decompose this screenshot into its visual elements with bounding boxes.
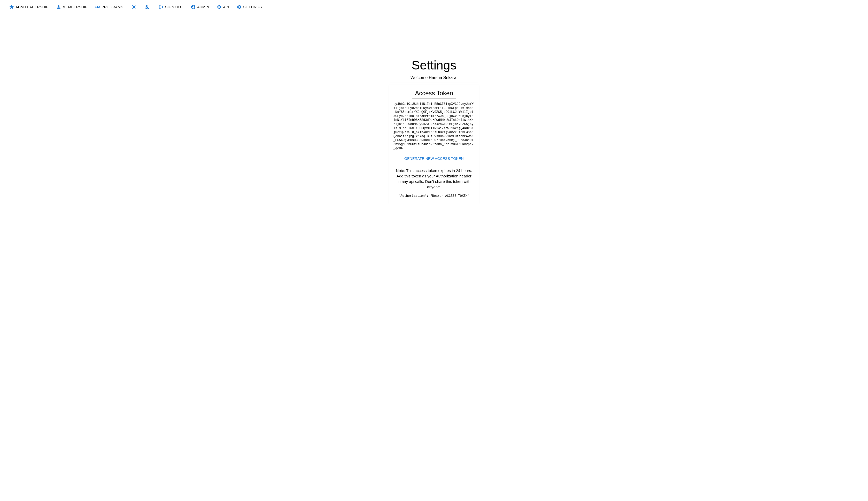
top-navbar: ACM LEADERSHIP MEMBERSHIP PROGRAMS SIGN … xyxy=(0,0,868,14)
nav-label: API xyxy=(223,5,229,9)
token-note: Note: This access token expires in 24 ho… xyxy=(393,168,475,190)
groups-icon xyxy=(95,4,100,10)
gear-icon xyxy=(236,4,242,10)
divider xyxy=(412,152,456,152)
card-heading: Access Token xyxy=(393,89,475,97)
auth-header-example: "Authorization": "Bearer ACCESS_TOKEN" xyxy=(393,194,475,198)
nav-light-mode[interactable] xyxy=(127,3,141,11)
divider xyxy=(412,98,456,99)
nav-label: SIGN OUT xyxy=(165,5,183,9)
note-label: Note: xyxy=(396,168,405,173)
nav-sign-out[interactable]: SIGN OUT xyxy=(155,3,187,11)
generate-token-button[interactable]: GENERATE NEW ACCESS TOKEN xyxy=(402,156,466,162)
nav-membership[interactable]: MEMBERSHIP xyxy=(52,3,91,11)
nav-settings[interactable]: SETTINGS xyxy=(233,3,265,11)
page-title: Settings xyxy=(412,58,456,72)
admin-icon xyxy=(190,4,196,10)
logout-icon xyxy=(158,4,164,10)
star-icon xyxy=(9,4,14,10)
nav-api[interactable]: API xyxy=(213,3,233,11)
nav-label: SETTINGS xyxy=(243,5,262,9)
access-token-value: eyJhbGciOiJSUzI1NiIsInR5cCI6IkpXVCJ9.eyJ… xyxy=(393,102,475,151)
sun-icon xyxy=(131,4,137,10)
access-token-card: Access Token eyJhbGciOiJSUzI1NiIsInR5cCI… xyxy=(389,85,479,203)
person-icon xyxy=(56,4,62,10)
nav-label: MEMBERSHIP xyxy=(63,5,87,9)
note-body: This access token expires in 24 hours. A… xyxy=(396,168,472,189)
nav-admin[interactable]: ADMIN xyxy=(187,3,213,11)
nav-label: ADMIN xyxy=(197,5,209,9)
nav-acm-leadership[interactable]: ACM LEADERSHIP xyxy=(5,3,52,11)
main-content: Settings Welcome Harsha Srikara! Access … xyxy=(0,14,868,203)
api-icon xyxy=(216,4,222,10)
moon-icon xyxy=(145,4,151,10)
nav-dark-mode[interactable] xyxy=(141,3,155,11)
welcome-text: Welcome Harsha Srikara! xyxy=(411,75,457,80)
nav-label: PROGRAMS xyxy=(102,5,123,9)
nav-programs[interactable]: PROGRAMS xyxy=(91,3,127,11)
nav-label: ACM LEADERSHIP xyxy=(15,5,49,9)
